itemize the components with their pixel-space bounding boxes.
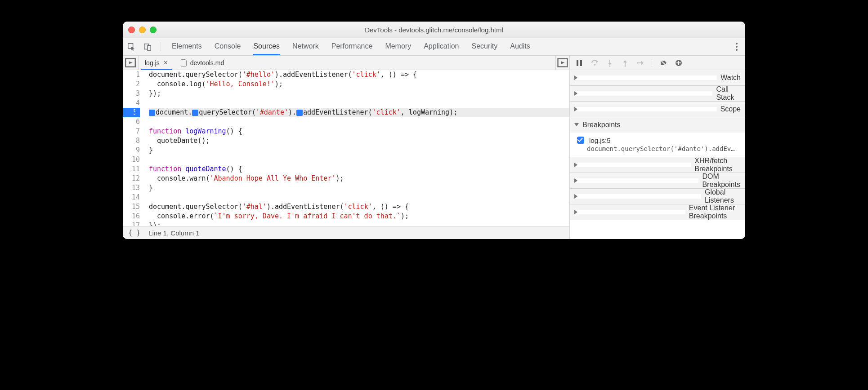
pane-header[interactable]: Watch: [570, 70, 745, 85]
pane-header[interactable]: Global Listeners: [570, 189, 745, 204]
pane-breakpoints: Breakpointslog.js:5document.querySelecto…: [570, 117, 745, 157]
pane-header[interactable]: XHR/fetch Breakpoints: [570, 157, 745, 173]
line-number[interactable]: 16: [123, 212, 140, 221]
line-number[interactable]: 7: [123, 127, 140, 136]
panel-tab-performance[interactable]: Performance: [331, 39, 373, 55]
pane-header[interactable]: Scope: [570, 102, 745, 117]
editor-tab-label: log.js: [145, 59, 160, 66]
code-line: });: [149, 89, 569, 98]
pretty-print-icon[interactable]: { }: [128, 229, 140, 237]
code-line: quoteDante();: [149, 136, 569, 146]
panel-tab-elements[interactable]: Elements: [172, 39, 202, 55]
close-window-button[interactable]: [128, 27, 135, 33]
sources-editor: log.js✕devtools.md 123456789101112131415…: [123, 56, 570, 239]
editor-tab-label: devtools.md: [190, 59, 224, 66]
line-number[interactable]: 1: [123, 70, 140, 80]
minimize-window-button[interactable]: [139, 27, 146, 33]
pane-watch: Watch: [570, 70, 745, 86]
breakpoint-location: log.js:5: [589, 137, 611, 144]
close-tab-icon[interactable]: ✕: [163, 59, 168, 66]
line-number[interactable]: 13: [123, 183, 140, 193]
code-editor[interactable]: 1234567891011121314151617 document.query…: [123, 70, 569, 226]
line-number[interactable]: 5: [123, 108, 140, 117]
pane-event-listener-breakpoints: Event Listener Breakpoints: [570, 204, 745, 220]
line-number[interactable]: 9: [123, 146, 140, 155]
panel-tab-network[interactable]: Network: [292, 39, 319, 55]
line-number[interactable]: 17: [123, 221, 140, 226]
line-number[interactable]: 4: [123, 98, 140, 108]
line-number[interactable]: 14: [123, 193, 140, 202]
step-over-button[interactable]: [591, 59, 599, 67]
code-line: [149, 155, 569, 164]
panel-tab-audits[interactable]: Audits: [510, 39, 530, 55]
step-button[interactable]: [636, 59, 644, 67]
pane-header[interactable]: Event Listener Breakpoints: [570, 204, 745, 220]
devtools-window: DevTools - devtools.glitch.me/console/lo…: [123, 22, 745, 239]
breakpoint-item[interactable]: log.js:5document.querySelector('#dante')…: [570, 133, 745, 157]
panel-tab-console[interactable]: Console: [215, 39, 241, 55]
svg-point-19: [637, 62, 639, 63]
breakpoint-preview: document.querySelector('#dante').addEv…: [587, 145, 741, 152]
svg-marker-12: [608, 63, 612, 65]
chevron-down-icon: [574, 123, 579, 129]
line-number[interactable]: 10: [123, 155, 140, 164]
pane-header[interactable]: Call Stack: [570, 86, 745, 101]
pane-header[interactable]: Breakpoints: [570, 117, 745, 133]
svg-rect-2: [148, 45, 151, 50]
line-number[interactable]: 12: [123, 174, 140, 183]
line-number[interactable]: 8: [123, 136, 140, 146]
line-number[interactable]: 11: [123, 164, 140, 174]
code-content[interactable]: document.querySelector('#hello').addEven…: [143, 70, 569, 226]
pause-button[interactable]: [575, 59, 583, 67]
debugger-sidebar: WatchCall StackScopeBreakpointslog.js:5d…: [570, 56, 745, 239]
pane-header[interactable]: DOM Breakpoints: [570, 173, 745, 188]
step-out-button[interactable]: [621, 59, 629, 67]
line-number[interactable]: 15: [123, 202, 140, 212]
chevron-right-icon: [574, 107, 717, 111]
inspect-element-icon[interactable]: [127, 43, 135, 51]
code-line: console.warn('Abandon Hope All Ye Who En…: [149, 174, 569, 183]
svg-marker-4: [129, 61, 133, 64]
debugger-drawer-toggle-icon[interactable]: [555, 56, 569, 70]
line-number[interactable]: 2: [123, 80, 140, 89]
editor-tab-devtools-md[interactable]: devtools.md: [174, 56, 230, 70]
line-number[interactable]: 3: [123, 89, 140, 98]
traffic-lights: [128, 27, 157, 33]
toolbar-divider: [161, 42, 161, 51]
svg-marker-6: [561, 62, 565, 64]
more-menu-button[interactable]: [733, 43, 741, 51]
svg-marker-18: [641, 61, 644, 65]
pane-title: DOM Breakpoints: [702, 173, 741, 189]
svg-rect-8: [580, 60, 582, 66]
svg-rect-7: [577, 60, 578, 66]
main-toolbar: ElementsConsoleSourcesNetworkPerformance…: [123, 38, 745, 56]
code-line: console.error(`I'm sorry, Dave. I'm afra…: [149, 212, 569, 221]
code-line: [149, 117, 569, 127]
pane-title: Call Stack: [716, 85, 741, 102]
panel-tab-security[interactable]: Security: [471, 39, 497, 55]
navigator-toggle-icon[interactable]: [123, 56, 139, 70]
line-number[interactable]: 6: [123, 117, 140, 127]
svg-point-16: [625, 65, 626, 66]
device-mode-icon[interactable]: [143, 43, 152, 51]
chevron-right-icon: [574, 178, 698, 183]
editor-tab-log-js[interactable]: log.js✕: [139, 56, 174, 70]
execution-marker-icon: [296, 110, 303, 116]
deactivate-breakpoints-button[interactable]: [659, 59, 667, 67]
zoom-window-button[interactable]: [150, 27, 157, 33]
step-into-button[interactable]: [606, 59, 614, 67]
chevron-right-icon: [574, 75, 717, 80]
line-gutter[interactable]: 1234567891011121314151617: [123, 70, 143, 226]
panel-tab-sources[interactable]: Sources: [253, 39, 280, 55]
editor-tabstrip: log.js✕devtools.md: [123, 56, 569, 70]
breakpoint-checkbox[interactable]: [577, 137, 584, 144]
code-line: }: [149, 183, 569, 193]
pause-on-exceptions-button[interactable]: [675, 59, 683, 67]
pane-scope: Scope: [570, 102, 745, 117]
panel-tabs: ElementsConsoleSourcesNetworkPerformance…: [172, 39, 530, 55]
panel-tab-application[interactable]: Application: [424, 39, 459, 55]
code-line: document.querySelector('#hal').addEventL…: [149, 202, 569, 212]
pane-xhr-fetch-breakpoints: XHR/fetch Breakpoints: [570, 157, 745, 173]
panel-tab-memory[interactable]: Memory: [385, 39, 411, 55]
pane-title: Event Listener Breakpoints: [689, 204, 741, 220]
